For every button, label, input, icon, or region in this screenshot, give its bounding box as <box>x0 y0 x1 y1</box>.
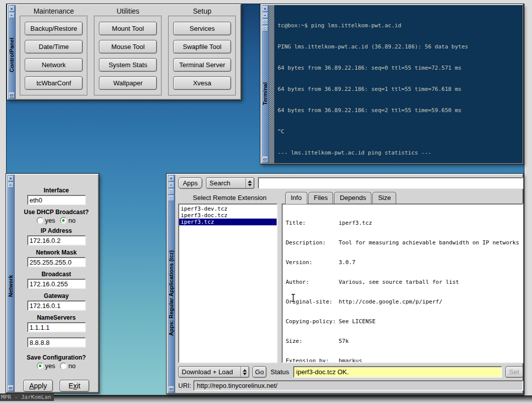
dhcp-label: Use DHCP Broadcast? <box>24 209 88 216</box>
nameserver2-field[interactable] <box>27 337 86 347</box>
info-row: Author:Various, see source tarball for l… <box>286 279 519 285</box>
dhcp-no-radio[interactable]: no <box>60 217 75 224</box>
services-button[interactable]: Services <box>173 22 231 35</box>
broadcast-field[interactable] <box>27 279 86 289</box>
list-item[interactable]: iperf3-dev.tcz <box>179 206 277 212</box>
save-yes-label: yes <box>45 362 55 370</box>
shade-icon[interactable]: ▭ <box>9 92 15 98</box>
control-panel-titlebar[interactable]: × − ControlPanel ▭ <box>8 5 16 99</box>
close-icon[interactable]: × <box>9 6 15 12</box>
search-input[interactable] <box>258 177 523 189</box>
exit-label-part: it <box>77 382 80 390</box>
gateway-label: Gateway <box>44 292 69 299</box>
system-stats-button[interactable]: System Stats <box>99 58 157 72</box>
interface-field[interactable] <box>27 195 86 205</box>
extension-listbox[interactable]: iperf3-dev.tcz iperf3-doc.tcz iperf3.tcz <box>178 204 278 363</box>
info-value: iperf3.tcz <box>339 220 372 226</box>
restore-icon[interactable]: □ <box>169 195 174 201</box>
radio-icon[interactable] <box>60 363 67 369</box>
nameservers-label: NameServers <box>37 314 76 321</box>
close-icon[interactable]: × <box>169 176 174 181</box>
info-value: bmarkus <box>339 358 362 363</box>
close-icon[interactable]: × <box>262 6 268 12</box>
save-no-radio[interactable]: no <box>60 362 75 370</box>
radio-selected-icon[interactable] <box>60 217 67 224</box>
date-time-button[interactable]: Date/Time <box>25 40 83 54</box>
minimize-icon[interactable]: − <box>9 13 15 18</box>
tab-files[interactable]: Files <box>308 192 333 204</box>
tab-size[interactable]: Size <box>373 192 396 204</box>
exit-button[interactable]: Exit <box>60 380 89 392</box>
maximize-icon[interactable]: □ <box>262 19 268 25</box>
gateway-field[interactable] <box>27 300 86 311</box>
go-button[interactable]: Go <box>252 366 267 378</box>
tab-info[interactable]: Info <box>285 192 307 204</box>
action-dropdown[interactable]: Download + Load <box>178 366 249 378</box>
mask-field[interactable] <box>27 257 86 267</box>
dhcp-radio-group: yes no <box>37 217 76 224</box>
apps-titlebar[interactable]: × − □ □ Apps: Regular Applications (tcz)… <box>168 175 175 393</box>
list-item-selected[interactable]: iperf3.tcz <box>179 219 277 225</box>
tab-depends[interactable]: Depends <box>334 192 371 204</box>
shade-icon[interactable]: ▭ <box>8 385 14 391</box>
terminal-line: PING lms.ittelkom-pwt.ac.id (36.89.22.18… <box>278 43 519 50</box>
dhcp-yes-radio[interactable]: yes <box>37 217 55 224</box>
save-no-label: no <box>68 362 75 370</box>
apply-button[interactable]: Apply <box>23 380 53 392</box>
terminal-scrollbar[interactable] <box>269 5 275 163</box>
uri-label: URI: <box>178 382 191 389</box>
ip-label: IP Address <box>40 227 72 234</box>
control-panel-window: × − ControlPanel ▭ Maintenance Backup/Re… <box>7 4 241 100</box>
search-mode-value: Search <box>206 178 245 188</box>
terminal-server-button[interactable]: Terminal Server <box>173 58 231 72</box>
shade-icon[interactable]: ▭ <box>169 386 174 392</box>
set-button[interactable]: Set <box>505 366 523 378</box>
ip-field[interactable] <box>27 235 86 245</box>
window-title: Terminal <box>262 31 268 156</box>
exit-label-part: x <box>73 382 77 390</box>
terminal-line: --- lms.ittelkom-pwt.ac.id ping statisti… <box>278 149 519 157</box>
minimize-icon[interactable]: − <box>8 182 14 188</box>
close-icon[interactable]: × <box>8 176 14 181</box>
status-field: iperf3-doc.tcz OK. <box>293 366 502 378</box>
chevron-updown-icon <box>245 178 254 188</box>
swapfile-tool-button[interactable]: Swapfile Tool <box>173 40 231 54</box>
save-yes-radio[interactable]: yes <box>37 362 55 370</box>
minimize-icon[interactable]: − <box>169 182 174 188</box>
group-setup: Services Swapfile Tool Terminal Server X… <box>168 16 236 96</box>
network-titlebar[interactable]: × − Network ▭ <box>7 175 15 392</box>
group-title-utilities: Utilities <box>94 7 162 16</box>
info-row: Size:57k <box>286 338 519 344</box>
shade-icon[interactable]: ▭ <box>262 157 268 162</box>
group-maintenance: Backup/Restore Date/Time Network tcWbarC… <box>20 16 88 96</box>
extension-info-panel[interactable]: Title:iperf3.tcz Description:Tool for me… <box>282 204 523 363</box>
xvesa-button[interactable]: Xvesa <box>173 76 231 90</box>
apply-label-part: A <box>29 382 34 390</box>
maximize-icon[interactable]: □ <box>169 189 174 194</box>
search-mode-dropdown[interactable]: Search <box>206 177 254 189</box>
minimize-icon[interactable]: − <box>262 13 268 18</box>
network-form: Interface Use DHCP Broadcast? yes no IP … <box>15 175 98 392</box>
mount-tool-button[interactable]: Mount Tool <box>99 22 157 35</box>
mouse-tool-button[interactable]: Mouse Tool <box>99 40 157 54</box>
apps-menu-button[interactable]: Apps <box>178 177 202 189</box>
tcwbarconf-button[interactable]: tcWbarConf <box>25 76 83 90</box>
info-row: Extension_by:bmarkus <box>286 358 519 363</box>
network-window: × − Network ▭ Interface Use DHCP Broadca… <box>6 174 99 393</box>
nameserver1-field[interactable] <box>27 322 86 332</box>
radio-icon[interactable] <box>37 217 43 224</box>
terminal-output[interactable]: tc@box:~$ ping lms.ittelkom-pwt.ac.id PI… <box>275 5 522 163</box>
window-title: Apps: Regular Applications (tcz) <box>168 201 174 385</box>
info-value: See LICENSE <box>339 318 376 325</box>
uri-field[interactable]: http://repo.tinycorelinux.net/ <box>193 380 523 391</box>
backup-restore-button[interactable]: Backup/Restore <box>25 22 83 35</box>
info-value: 57k <box>339 338 349 344</box>
list-item[interactable]: iperf3-doc.tcz <box>179 212 277 219</box>
terminal-titlebar[interactable]: × − □ □ Terminal ▭ <box>261 5 269 163</box>
wallpaper-button[interactable]: Wallpaper <box>99 76 157 90</box>
network-button[interactable]: Network <box>25 58 83 72</box>
info-label: Copying-policy: <box>286 318 339 325</box>
terminal-line: tc@box:~$ ping lms.ittelkom-pwt.ac.id <box>278 22 519 29</box>
restore-icon[interactable]: □ <box>262 26 268 31</box>
radio-selected-icon[interactable] <box>37 363 43 369</box>
